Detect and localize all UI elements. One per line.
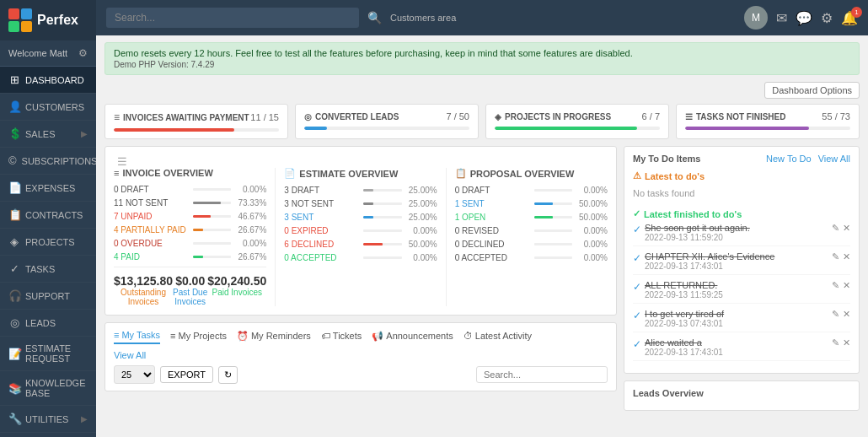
invoice-draft-pct: 0.00%: [234, 185, 266, 194]
my-projects-icon: ≡: [170, 331, 175, 341]
todo-delete-2[interactable]: ✕: [843, 280, 850, 291]
todo-edit-0[interactable]: ✎: [832, 223, 839, 234]
tab-announcements[interactable]: 📢 Announcements: [372, 331, 453, 344]
sidebar-item-dashboard[interactable]: ⊞ DASHBOARD: [0, 67, 96, 94]
sidebar-item-leads[interactable]: ◎ LEADS: [0, 310, 96, 337]
settings-icon[interactable]: ⚙: [78, 47, 88, 59]
settings-topbar-icon[interactable]: ⚙: [821, 10, 833, 26]
sidebar-item-sales[interactable]: 💲 SALES ▶: [0, 121, 96, 148]
todo-edit-2[interactable]: ✎: [832, 280, 839, 291]
tab-tickets[interactable]: 🏷 Tickets: [321, 331, 362, 343]
sidebar-label-support: SUPPORT: [25, 291, 88, 301]
chat-icon[interactable]: 💬: [796, 10, 812, 26]
warning-icon: ⚠: [633, 170, 641, 181]
todo-delete-3[interactable]: ✕: [843, 309, 850, 320]
sidebar-item-estimate-request[interactable]: 📝 ESTIMATE REQUEST: [0, 337, 96, 371]
proposal-sent-label: 1 SENT: [455, 199, 531, 208]
svg-rect-2: [8, 21, 19, 32]
export-button[interactable]: EXPORT: [160, 366, 213, 383]
sidebar-item-reports[interactable]: 📊 REPORTS ▶: [0, 433, 96, 437]
sidebar-item-projects[interactable]: ◈ PROJECTS: [0, 229, 96, 256]
invoice-overview-section: ≡ INVOICE OVERVIEW 0 DRAFT 0.00% 11 NOT …: [114, 168, 276, 306]
invoice-footer: $13,125.80 Outstanding Invoices $0.00 Pa…: [114, 267, 266, 306]
sidebar-item-knowledge-base[interactable]: 📚 KNOWLEDGE BASE: [0, 371, 96, 406]
todo-date-1: 2022-09-13 17:43:01: [645, 262, 828, 271]
todo-date-3: 2022-09-13 07:43:01: [645, 319, 828, 328]
todo-check-3: ✓: [633, 310, 641, 321]
sidebar-item-support[interactable]: 🎧 SUPPORT: [0, 283, 96, 310]
dashboard-options-button[interactable]: Dashboard Options: [764, 82, 860, 99]
sidebar-label-contracts: CONTRACTS: [25, 210, 88, 220]
proposal-revised-label: 0 REVISED: [455, 226, 531, 235]
sidebar-item-expenses[interactable]: 📄 EXPENSES: [0, 175, 96, 202]
todo-links: New To Do View All: [766, 154, 850, 164]
stat-title-invoices: ≡ INVOICES AWAITING PAYMENT: [114, 111, 249, 123]
invoice-draft-label: 0 DRAFT: [114, 185, 190, 194]
sidebar-item-tasks[interactable]: ✓ TASKS: [0, 256, 96, 283]
estimate-draft-label: 3 DRAFT: [284, 186, 360, 195]
todo-edit-4[interactable]: ✎: [832, 337, 839, 348]
tab-my-reminders[interactable]: ⏰ My Reminders: [237, 331, 311, 344]
paid-label: Paid Invoices: [207, 288, 266, 297]
outstanding-label: Outstanding Invoices: [114, 288, 173, 306]
todo-edit-3[interactable]: ✎: [832, 309, 839, 320]
overview-collapse-icon[interactable]: ☰: [114, 155, 131, 168]
todo-panel: My To Do Items New To Do View All ⚠ Late…: [624, 146, 860, 374]
sidebar-label-utilities: UTILITIES: [25, 414, 76, 424]
contracts-icon: 📋: [8, 208, 20, 221]
sidebar-item-utilities[interactable]: 🔧 UTILITIES ▶: [0, 406, 96, 433]
search-input[interactable]: [106, 8, 359, 28]
new-todo-link[interactable]: New To Do: [766, 154, 812, 164]
todo-text-1: CHAPTER XII. Alice's Evidence: [645, 251, 828, 262]
estimate-accepted-label: 0 ACCEPTED: [284, 253, 360, 262]
per-page-select[interactable]: 25 50 100: [114, 365, 155, 384]
tab-my-tasks[interactable]: ≡ My Tasks: [114, 330, 160, 344]
todo-check-0: ✓: [633, 224, 641, 235]
view-all-todo-link[interactable]: View All: [818, 154, 850, 164]
search-icon[interactable]: 🔍: [367, 11, 382, 24]
panel-header-row: ☰: [114, 155, 608, 168]
customers-area-link[interactable]: Customers area: [390, 13, 456, 23]
todo-delete-0[interactable]: ✕: [843, 223, 850, 234]
sidebar-item-subscriptions[interactable]: © SUBSCRIPTIONS: [0, 148, 96, 175]
view-all-link[interactable]: View All: [114, 350, 146, 360]
tasks-search-input[interactable]: [476, 366, 608, 383]
email-icon[interactable]: ✉: [776, 10, 787, 26]
tab-latest-activity[interactable]: ⏱ Latest Activity: [463, 331, 532, 343]
estimate-not-sent-label: 3 NOT SENT: [284, 199, 360, 208]
demo-banner-text: Demo resets every 12 hours. Feel free to…: [114, 48, 850, 58]
todo-text-3: I to get very tired of: [645, 309, 828, 319]
proposal-declined-pct: 0.00%: [576, 240, 608, 249]
latest-dos-title: ⚠ Latest to do's: [633, 170, 850, 181]
todo-edit-1[interactable]: ✎: [832, 251, 839, 262]
estimate-row-accepted: 0 ACCEPTED 0.00%: [284, 253, 437, 262]
projects-stat-icon: ◈: [495, 112, 501, 121]
tab-my-projects[interactable]: ≡ My Projects: [170, 331, 227, 343]
sidebar-label-leads: LEADS: [25, 318, 88, 328]
invoice-not-sent-pct: 73.33%: [234, 198, 266, 208]
sidebar-label-knowledge-base: KNOWLEDGE BASE: [25, 378, 88, 398]
stat-card-projects: ◈ PROJECTS IN PROGRESS 6 / 7: [485, 104, 669, 139]
todo-delete-4[interactable]: ✕: [843, 337, 850, 348]
proposal-overview-icon: 📋: [455, 168, 467, 179]
stats-row: ≡ INVOICES AWAITING PAYMENT 11 / 15 ◎ CO…: [104, 104, 860, 139]
content-area: Demo resets every 12 hours. Feel free to…: [96, 35, 868, 437]
sidebar-item-customers[interactable]: 👤 CUSTOMERS: [0, 94, 96, 121]
my-tasks-icon: ≡: [114, 330, 119, 340]
subscriptions-icon: ©: [8, 154, 17, 167]
proposal-overview-title: 📋 PROPOSAL OVERVIEW: [455, 168, 608, 179]
todo-delete-1[interactable]: ✕: [843, 251, 850, 262]
stat-count-invoices: 11 / 15: [250, 112, 279, 122]
stat-bar-tasks: [685, 127, 850, 130]
dashboard-options-row: Dashboard Options: [104, 82, 860, 99]
todo-content-2: ALL RETURNED. 2022-09-13 11:59:25: [645, 280, 828, 299]
sidebar-label-expenses: EXPENSES: [25, 183, 88, 193]
refresh-button[interactable]: ↻: [218, 366, 238, 384]
notifications-icon[interactable]: 🔔 1: [841, 10, 858, 26]
todo-content-0: She soon got it out again. 2022-09-13 11…: [645, 223, 828, 242]
todo-date-0: 2022-09-13 11:59:20: [645, 233, 828, 242]
logo-icon: [8, 8, 32, 32]
stat-title-tasks: ☰ TASKS NOT FINISHED: [685, 112, 785, 121]
sidebar-item-contracts[interactable]: 📋 CONTRACTS: [0, 202, 96, 229]
avatar[interactable]: M: [744, 6, 768, 30]
